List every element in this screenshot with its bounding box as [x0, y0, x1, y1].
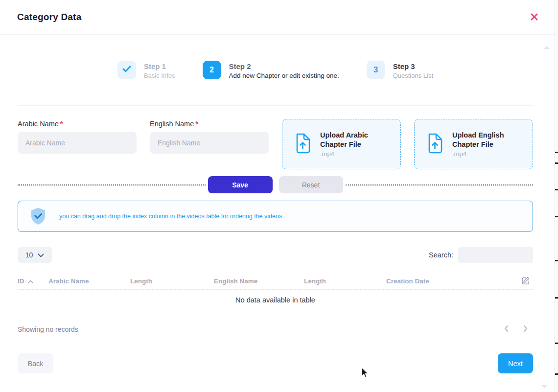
step-3-title: Step 3 [393, 62, 433, 70]
step-1-subtitle: Basic Infos [144, 72, 175, 79]
scrollbar-mark [555, 152, 558, 153]
column-header-creation-date[interactable]: Creation Date [386, 277, 506, 285]
upload-arabic-hint: .mp4 [320, 150, 384, 158]
column-header-length-arabic[interactable]: Length [130, 277, 214, 285]
page-size-select[interactable]: 10 [18, 247, 52, 263]
modal-header: Category Data [0, 0, 555, 35]
file-upload-icon [293, 133, 312, 156]
banner-text: you can drag and drop the index column i… [59, 213, 282, 220]
vertical-scrollbar[interactable] [555, 0, 558, 392]
step-2[interactable]: 2 Step 2 Add new Chapter or edit existin… [203, 61, 339, 79]
page-size-value: 10 [25, 251, 33, 259]
step-2-subtitle: Add new Chapter or edit existing one. [229, 72, 339, 79]
scrollbar-mark [555, 216, 558, 217]
records-info: Showing no records [18, 325, 78, 333]
chapter-form: Arabic Name* English Name* Upload Arabic… [18, 119, 533, 170]
column-header-arabic-name[interactable]: Arabic Name [48, 277, 130, 285]
close-icon [530, 13, 538, 23]
step-3[interactable]: 3 Step 3 Questions List [367, 61, 433, 79]
form-actions: Save Reset [18, 176, 533, 193]
upload-arabic-chapter-file[interactable]: Upload Arabic Chapter File .mp4 [282, 119, 401, 169]
scrollbar-mark [555, 162, 558, 164]
scrollbar-mark [555, 373, 558, 375]
search-label: Search: [429, 251, 453, 259]
previous-page-button[interactable] [503, 324, 510, 335]
file-upload-icon [425, 133, 444, 156]
step-2-badge: 2 [203, 61, 221, 79]
section-divider [18, 105, 533, 106]
next-page-button[interactable] [522, 324, 529, 335]
dotted-separator-left [18, 184, 206, 185]
edit-icon [521, 276, 530, 286]
table-controls: 10 Search: [18, 246, 533, 263]
scroll-down-arrow-icon[interactable] [541, 385, 547, 388]
category-data-modal: Category Data Step 1 Basic Infos 2 Step … [0, 0, 558, 392]
upload-arabic-label: Upload Arabic Chapter File [320, 131, 384, 149]
stepper: Step 1 Basic Infos 2 Step 2 Add new Chap… [18, 61, 533, 79]
required-asterisk: * [195, 120, 198, 128]
reset-button[interactable]: Reset [279, 176, 343, 193]
info-banner: you can drag and drop the index column i… [18, 201, 533, 232]
pagination [503, 324, 529, 335]
upload-english-chapter-file[interactable]: Upload English Chapter File .mp4 [414, 119, 533, 169]
step-1-title: Step 1 [144, 62, 175, 70]
empty-message: No data available in table [235, 296, 315, 304]
check-icon [122, 66, 131, 74]
required-asterisk: * [60, 120, 63, 128]
english-name-input[interactable] [150, 132, 269, 154]
upload-english-label: Upload English Chapter File [452, 131, 516, 149]
dotted-separator-right [346, 184, 534, 185]
chevron-left-icon [504, 325, 509, 334]
upload-english-hint: .mp4 [452, 150, 516, 158]
column-header-actions [506, 276, 533, 286]
step-1[interactable]: Step 1 Basic Infos [117, 61, 175, 79]
scrollbar-mark [555, 343, 558, 344]
step-3-subtitle: Questions List [393, 72, 433, 79]
table-empty-row: No data available in table [18, 296, 533, 304]
table-header: ID Arabic Name Length English Name Lengt… [18, 273, 533, 290]
shield-check-icon [30, 207, 46, 226]
arabic-name-label: Arabic Name* [18, 120, 137, 128]
next-button[interactable]: Next [498, 353, 533, 373]
column-header-id[interactable]: ID [18, 277, 48, 285]
column-header-length-english[interactable]: Length [304, 277, 386, 285]
caret-up-icon [28, 277, 33, 285]
scroll-up-arrow-icon[interactable] [544, 46, 550, 49]
page-title: Category Data [17, 12, 81, 23]
step-2-title: Step 2 [229, 62, 339, 70]
scrollbar-mark [555, 189, 558, 190]
step-1-badge [117, 61, 136, 79]
save-button[interactable]: Save [208, 176, 273, 193]
column-header-english-name[interactable]: English Name [214, 277, 304, 285]
arabic-name-input[interactable] [18, 132, 137, 154]
english-name-label: English Name* [150, 120, 269, 128]
table-footer: Showing no records [18, 324, 533, 335]
close-button[interactable] [528, 12, 540, 23]
step-3-badge: 3 [367, 61, 385, 79]
mouse-cursor [361, 367, 370, 381]
scrollbar-mark [555, 260, 558, 261]
wizard-footer: Back Next [18, 353, 533, 373]
chevron-right-icon [523, 325, 528, 334]
chevron-down-icon [38, 251, 44, 259]
search-input[interactable] [458, 247, 533, 263]
back-button[interactable]: Back [18, 353, 53, 373]
scrollbar-mark [555, 297, 558, 299]
